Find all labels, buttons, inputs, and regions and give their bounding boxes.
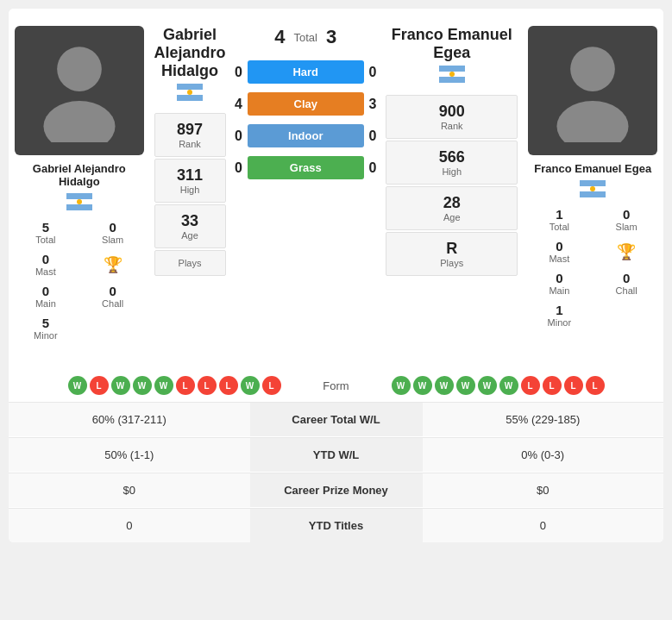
surface-score-right-1: 3 (364, 97, 381, 112)
p1-main-val: 0 (15, 284, 77, 298)
p1-high-lbl: High (159, 185, 222, 195)
data-row-2-left: $0 (9, 473, 250, 507)
p2-form-badge-8: L (564, 376, 583, 395)
surface-score-left-1: 4 (230, 97, 248, 112)
player1-middle-stats: Gabriel Alejandro Hidalgo 897 Rank 31 (150, 17, 230, 352)
form-row: WLWWWLLLWL Form WWWWWWLLLL (9, 369, 663, 402)
data-row-0: 60% (317-211) Career Total W/L 55% (229-… (9, 402, 663, 436)
data-row-0-right: 55% (229-185) (423, 403, 664, 436)
surface-row-grass: 0 Grass 0 (230, 153, 381, 183)
p1-rank-box: 897 Rank (154, 113, 226, 157)
svg-rect-2 (66, 193, 92, 199)
player2-header: Franco Emanuel Egea (386, 26, 518, 86)
surface-rows: 0 Hard 0 4 Clay 3 0 Indoor 0 0 Grass 0 (230, 57, 381, 183)
p1-trophy-cell: 🏆 (80, 249, 146, 279)
p1-form-badge-8: W (241, 376, 260, 395)
data-row-2-right: $0 (423, 473, 664, 507)
p1-mast-val: 0 (15, 252, 77, 266)
p2-plays-box: R Plays (386, 232, 518, 276)
surface-btn-clay[interactable]: Clay (248, 92, 364, 116)
p2-high-box: 566 High (386, 141, 518, 185)
player1-stats-grid: 5 Total 0 Slam 0 Mast 🏆 0 Main (13, 217, 146, 343)
p2-high-val: 566 (390, 148, 514, 166)
p1-slam-cell: 0 Slam (80, 217, 146, 247)
p2-age-lbl: Age (390, 212, 514, 222)
player2-flag (580, 180, 606, 197)
player1-header-name: Gabriel Alejandro Hidalgo (154, 26, 226, 80)
surface-btn-hard[interactable]: Hard (248, 60, 364, 84)
p2-form-badge-4: W (478, 376, 497, 395)
player2-avatar (528, 26, 657, 155)
p2-mast-val: 0 (528, 239, 590, 254)
data-row-1-right: 0% (0-3) (423, 438, 664, 472)
p1-total-cell: 5 Total (13, 217, 79, 247)
form-center: Form (285, 379, 388, 392)
p1-age-val: 33 (159, 212, 222, 230)
data-row-0-left: 60% (317-211) (9, 403, 250, 436)
total-row: 4 Total 3 (230, 26, 381, 48)
p1-form-badge-1: L (90, 376, 109, 395)
surface-btn-indoor[interactable]: Indoor (248, 124, 364, 147)
surface-btn-grass[interactable]: Grass (248, 156, 364, 179)
trophy-icon-p2: 🏆 (617, 242, 636, 261)
form-right: WWWWWWLLLL (392, 376, 656, 395)
p1-form-badge-0: W (68, 376, 87, 395)
main-container: Gabriel Alejandro Hidalgo 5 Total 0 Slam (9, 9, 663, 542)
p2-rank-lbl: Rank (390, 121, 514, 131)
data-row-1-center: YTD W/L (250, 438, 423, 472)
p1-minor-cell: 5 Minor (13, 313, 79, 343)
surface-row-clay: 4 Clay 3 (230, 89, 381, 119)
player1-card: Gabriel Alejandro Hidalgo 5 Total 0 Slam (9, 17, 150, 352)
surface-score-left-2: 0 (230, 128, 248, 144)
p1-form-badge-7: L (219, 376, 238, 395)
data-row-1: 50% (1-1) YTD W/L 0% (0-3) (9, 437, 663, 472)
p1-high-val: 311 (159, 166, 222, 185)
svg-rect-4 (66, 204, 92, 210)
svg-point-1 (43, 101, 115, 142)
p2-form-badge-1: W (413, 376, 432, 395)
p1-plays-lbl: Plays (159, 258, 222, 268)
surface-score-left-3: 0 (230, 160, 248, 176)
p1-slam-lbl: Slam (82, 235, 144, 245)
p1-plays-box: Plays (154, 250, 226, 276)
data-rows: 60% (317-211) Career Total W/L 55% (229-… (9, 402, 663, 542)
svg-point-9 (187, 90, 192, 95)
p2-minor-lbl: Minor (528, 317, 590, 328)
data-row-2: $0 Career Prize Money $0 (9, 473, 663, 507)
surface-score-right-3: 0 (364, 160, 381, 176)
svg-rect-8 (177, 95, 203, 101)
p2-slam-cell: 0 Slam (593, 204, 659, 235)
player1-name: Gabriel Alejandro Hidalgo (13, 162, 146, 188)
p1-high-box: 311 High (154, 159, 226, 203)
player1-flag (66, 193, 92, 210)
p1-main-cell: 0 Main (13, 281, 79, 311)
p1-form-badge-2: W (111, 376, 130, 395)
p1-chall-val: 0 (82, 284, 144, 298)
p2-minor-val: 1 (528, 303, 590, 317)
p2-slam-lbl: Slam (595, 222, 657, 232)
p1-rank-val: 897 (159, 121, 222, 139)
p1-total-lbl: Total (15, 235, 77, 245)
p2-total-lbl: Total (528, 222, 590, 232)
p1-age-box: 33 Age (154, 204, 226, 248)
p1-minor-val: 5 (15, 316, 77, 330)
player2-card: Franco Emanuel Egea 1 Total 0 Slam (522, 17, 663, 352)
surface-score-right-0: 0 (364, 65, 381, 80)
p2-mast-lbl: Mast (528, 254, 590, 264)
p1-minor-lbl: Minor (15, 330, 77, 341)
p2-chall-cell: 0 Chall (593, 268, 659, 298)
p2-form-badge-5: W (499, 376, 518, 395)
player2-name: Franco Emanuel Egea (534, 162, 651, 175)
p2-minor-cell: 1 Minor (526, 300, 592, 330)
p2-form-badge-6: L (521, 376, 540, 395)
total-right: 3 (326, 26, 336, 48)
surface-row-hard: 0 Hard 0 (230, 57, 381, 87)
player2-stat-boxes: 900 Rank 566 High 28 Age R Plays (386, 95, 518, 276)
trophy-icon: 🏆 (104, 255, 122, 274)
data-row-3: 0 YTD Titles 0 (9, 508, 663, 542)
p1-slam-val: 0 (82, 220, 144, 235)
data-row-3-right: 0 (423, 509, 664, 542)
data-row-3-left: 0 (9, 509, 250, 542)
p1-chall-lbl: Chall (82, 298, 144, 309)
total-label: Total (294, 31, 317, 44)
